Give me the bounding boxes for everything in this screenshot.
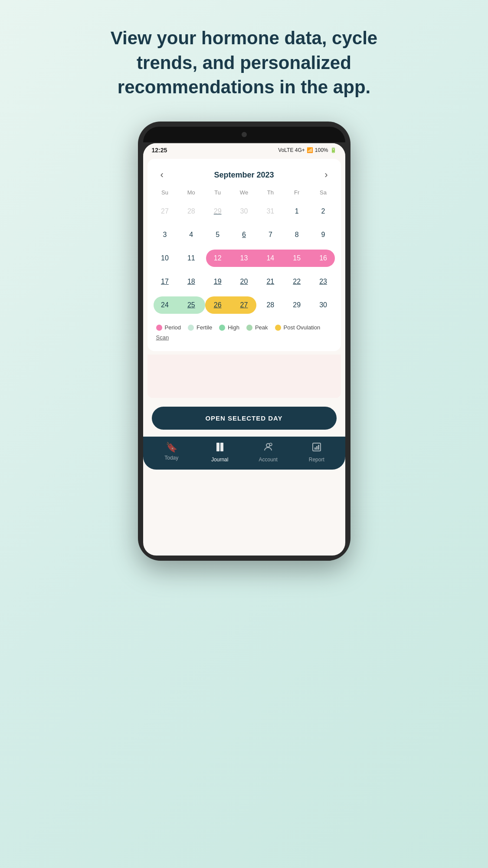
phone-frame: 12:25 VoLTE 4G+ 📶 100%🔋 ‹ September 2023… xyxy=(138,122,350,561)
weekday-su: Su xyxy=(152,187,178,197)
day-28-aug[interactable]: 28 xyxy=(178,203,204,220)
nav-journal-label: Journal xyxy=(211,457,228,463)
weekday-fr: Fr xyxy=(284,187,310,197)
weekday-mo: Mo xyxy=(178,187,204,197)
legend-high: High xyxy=(219,324,239,331)
day-30-aug[interactable]: 30 xyxy=(231,203,257,220)
day-20[interactable]: 20 xyxy=(231,273,257,290)
calendar-week-5: 24 25 26 27 28 29 30 xyxy=(152,294,337,316)
calendar-month-title: September 2023 xyxy=(214,171,274,180)
post-ovulation-label: Post Ovulation xyxy=(284,324,321,331)
day-19[interactable]: 19 xyxy=(204,273,231,290)
day-9[interactable]: 9 xyxy=(310,226,337,243)
network-icon: VoLTE 4G+ xyxy=(278,147,305,153)
day-21[interactable]: 21 xyxy=(257,273,284,290)
day-15[interactable]: 15 xyxy=(284,250,310,267)
nav-journal[interactable]: Journal xyxy=(207,442,233,463)
nav-account-label: Account xyxy=(259,457,278,463)
calendar-legend: Period Fertile High Peak Post Ovulation xyxy=(152,317,337,344)
day-11[interactable]: 11 xyxy=(178,250,204,267)
journal-icon xyxy=(215,442,225,455)
fertile-label: Fertile xyxy=(197,324,212,331)
day-8[interactable]: 8 xyxy=(284,226,310,243)
legend-fertile: Fertile xyxy=(188,324,212,331)
nav-account[interactable]: + Account xyxy=(255,442,281,463)
legend-post-ovulation: Post Ovulation xyxy=(275,324,321,331)
calendar-week-4: 17 18 19 20 21 22 23 xyxy=(152,270,337,293)
calendar-week-3: 10 11 12 13 14 15 16 xyxy=(152,247,337,270)
nav-report-label: Report xyxy=(309,457,324,463)
prev-month-button[interactable]: ‹ xyxy=(156,168,168,182)
day-27-sep[interactable]: 27 xyxy=(231,296,257,314)
day-23[interactable]: 23 xyxy=(310,273,337,290)
day-27-aug[interactable]: 27 xyxy=(152,203,178,220)
bookmark-icon: 🔖 xyxy=(166,442,177,453)
calendar-weekdays: Su Mo Tu We Th Fr Sa xyxy=(152,187,337,197)
peak-dot xyxy=(246,325,252,331)
day-13[interactable]: 13 xyxy=(231,250,257,267)
status-icons: VoLTE 4G+ 📶 100%🔋 xyxy=(278,147,336,153)
camera-dot xyxy=(242,132,247,137)
svg-rect-6 xyxy=(314,447,316,450)
weekday-sa: Sa xyxy=(310,187,337,197)
day-30-sep[interactable]: 30 xyxy=(310,296,337,314)
day-2-sep[interactable]: 2 xyxy=(310,203,337,220)
day-24[interactable]: 24 xyxy=(152,296,178,314)
status-time: 12:25 xyxy=(152,147,167,154)
svg-rect-1 xyxy=(220,443,223,451)
legend-period: Period xyxy=(156,324,181,331)
battery-icon: 100% xyxy=(315,147,328,153)
account-icon: + xyxy=(263,442,273,455)
svg-rect-0 xyxy=(216,443,219,451)
nav-today[interactable]: 🔖 Today xyxy=(158,442,184,463)
signal-icon: 📶 xyxy=(307,147,313,153)
next-month-button[interactable]: › xyxy=(320,168,332,182)
bottom-navigation: 🔖 Today Journal + xyxy=(143,437,345,470)
phone-screen: 12:25 VoLTE 4G+ 📶 100%🔋 ‹ September 2023… xyxy=(143,143,345,556)
day-16[interactable]: 16 xyxy=(310,250,337,267)
day-25[interactable]: 25 xyxy=(178,296,204,314)
post-ovulation-dot xyxy=(275,325,281,331)
day-28-sep[interactable]: 28 xyxy=(257,296,284,314)
day-10[interactable]: 10 xyxy=(152,250,178,267)
day-5[interactable]: 5 xyxy=(204,226,231,243)
day-29-sep[interactable]: 29 xyxy=(284,296,310,314)
weekday-th: Th xyxy=(257,187,284,197)
phone-notch xyxy=(143,127,345,142)
day-29-aug[interactable]: 29 xyxy=(204,203,231,220)
day-17[interactable]: 17 xyxy=(152,273,178,290)
legend-peak: Peak xyxy=(246,324,268,331)
day-4[interactable]: 4 xyxy=(178,226,204,243)
calendar-header: ‹ September 2023 › xyxy=(152,166,337,187)
svg-rect-7 xyxy=(316,446,318,450)
day-7[interactable]: 7 xyxy=(257,226,284,243)
high-label: High xyxy=(228,324,239,331)
calendar-card: ‹ September 2023 › Su Mo Tu We Th Fr Sa … xyxy=(147,159,341,351)
fertile-dot xyxy=(188,325,194,331)
svg-rect-8 xyxy=(318,445,319,450)
period-dot xyxy=(156,325,162,331)
day-1-sep[interactable]: 1 xyxy=(284,203,310,220)
day-14[interactable]: 14 xyxy=(257,250,284,267)
day-12[interactable]: 12 xyxy=(204,250,231,267)
open-day-button-container: OPEN SELECTED DAY xyxy=(143,398,345,437)
svg-text:+: + xyxy=(270,444,272,446)
day-22[interactable]: 22 xyxy=(284,273,310,290)
scan-link[interactable]: Scan xyxy=(156,334,169,341)
day-31-aug[interactable]: 31 xyxy=(257,203,284,220)
calendar-week-2: 3 4 5 6 7 8 9 xyxy=(152,224,337,246)
peak-label: Peak xyxy=(255,324,268,331)
day-18[interactable]: 18 xyxy=(178,273,204,290)
day-26[interactable]: 26 xyxy=(204,296,231,314)
nav-report[interactable]: Report xyxy=(304,442,330,463)
nav-today-label: Today xyxy=(164,455,178,461)
open-selected-day-button[interactable]: OPEN SELECTED DAY xyxy=(152,407,337,430)
day-6[interactable]: 6 xyxy=(231,226,257,243)
weekday-we: We xyxy=(231,187,257,197)
calendar-week-1: 27 28 29 30 31 1 2 xyxy=(152,200,337,223)
weekday-tu: Tu xyxy=(204,187,231,197)
headline: View your hormone data, cycle trends, an… xyxy=(92,26,396,100)
period-label: Period xyxy=(165,324,181,331)
report-icon xyxy=(311,442,322,455)
day-3[interactable]: 3 xyxy=(152,226,178,243)
